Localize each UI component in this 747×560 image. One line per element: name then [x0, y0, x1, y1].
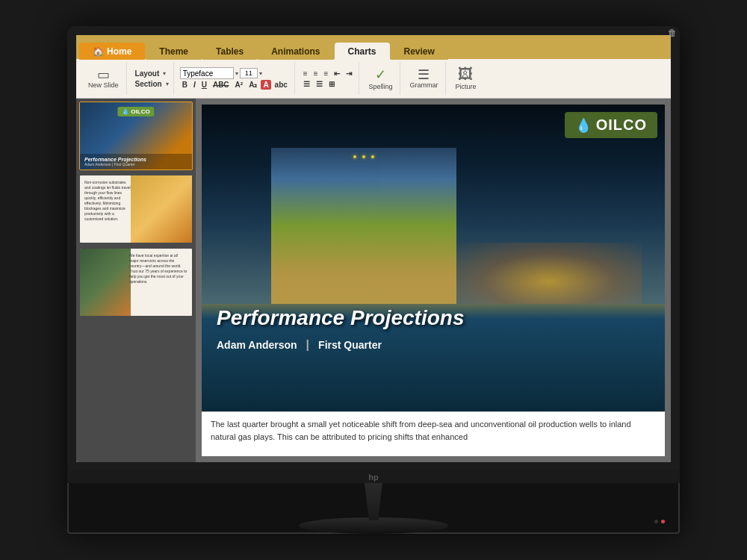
align-row-1: ≡ ≡ ≡ ⇤ ⇥: [301, 69, 355, 78]
monitor-bottom: hp: [67, 471, 680, 483]
tab-charts-label: Charts: [348, 46, 376, 57]
notes-text: The last quarter brought a small yet not…: [211, 418, 656, 443]
strikethrough-button[interactable]: ABC: [211, 80, 232, 90]
slide-author: Adam Anderson: [217, 339, 297, 351]
monitor-power-button[interactable]: [661, 520, 665, 523]
tab-review-label: Review: [404, 46, 435, 57]
slide-quarter: First Quarter: [318, 339, 382, 351]
slide1-overlay: Performance Projections Adam Anderson | …: [80, 154, 192, 169]
alignment-controls: ≡ ≡ ≡ ⇤ ⇥ ☰ ☰ ⊞: [301, 69, 355, 89]
cols-button[interactable]: ⊞: [326, 79, 337, 89]
tab-animations[interactable]: Animations: [258, 43, 333, 60]
underline-button[interactable]: U: [199, 80, 209, 90]
font-size-input[interactable]: [240, 68, 258, 78]
slide1-droplet-icon: 💧: [122, 108, 129, 115]
section-dropdown-icon[interactable]: ▾: [166, 81, 169, 87]
tab-home-label: Home: [107, 46, 131, 57]
tab-tables-label: Tables: [216, 46, 244, 57]
layout-dropdown-icon[interactable]: ▾: [163, 70, 166, 77]
oilco-droplet-icon: 💧: [575, 117, 592, 134]
highlight-button[interactable]: abc: [273, 80, 290, 90]
author-divider: |: [306, 338, 309, 352]
slide-thumb-2[interactable]: Non-corrosive substrates and coatings le…: [79, 175, 193, 243]
toolbar-new-slide-group: ▭ New Slide: [81, 62, 127, 95]
new-slide-label: New Slide: [88, 81, 119, 90]
font-color-button[interactable]: A: [261, 80, 270, 90]
indent-button[interactable]: ⇤: [332, 69, 342, 78]
spelling-checkmark-icon: ✓: [375, 66, 386, 83]
slide-title-area: Performance Projections Adam Anderson | …: [217, 305, 650, 352]
align-left-button[interactable]: ≡: [301, 69, 310, 78]
tab-home[interactable]: 🏠 Home: [79, 43, 145, 60]
num-list-button[interactable]: ☰: [314, 79, 325, 89]
superscript-button[interactable]: A²: [233, 80, 246, 90]
monitor-controls: [654, 520, 665, 523]
tab-theme[interactable]: Theme: [146, 43, 202, 60]
font-style-row: B I U ABC A² A₂ A abc: [180, 80, 290, 90]
home-icon: 🏠: [93, 46, 104, 57]
monitor-dot-1: [654, 520, 658, 523]
picture-button[interactable]: 🖼 Picture: [452, 64, 479, 93]
oilco-brand: 💧 OILCO: [565, 112, 657, 138]
toolbar-grammar-group: ☰ Grammar: [402, 62, 446, 95]
font-size-dropdown-icon[interactable]: ▾: [259, 70, 262, 77]
tab-tables[interactable]: Tables: [202, 43, 257, 60]
platform-light-2: [362, 155, 365, 158]
new-slide-icon: ▭: [97, 68, 110, 81]
spelling-label: Spelling: [368, 83, 392, 91]
slide-thumb-3[interactable]: We have local expertise at all major res…: [79, 248, 193, 317]
ribbon: 🏠 Home Theme Tables Animations Charts: [76, 35, 671, 99]
bold-button[interactable]: B: [180, 80, 190, 90]
platform-light-1: [353, 155, 356, 158]
platform-body: [271, 148, 456, 305]
italic-button[interactable]: I: [191, 80, 198, 90]
align-right-button[interactable]: ≡: [322, 69, 331, 78]
new-slide-button[interactable]: ▭ New Slide: [85, 66, 122, 91]
font-name-input[interactable]: [180, 67, 234, 79]
font-controls: ▾ ▾ B I U ABC A² A₂ A: [180, 67, 290, 90]
slide-thumb-2-inner: Non-corrosive substrates and coatings le…: [80, 175, 192, 243]
slide1-logo-text: OILCO: [131, 108, 149, 115]
slide1-subtitle: Adam Anderson | First Quarter: [84, 162, 187, 167]
monitor-bezel: 🏠 Home Theme Tables Animations Charts: [67, 26, 680, 471]
oilco-text: OILCO: [596, 116, 647, 134]
align-center-button[interactable]: ≡: [311, 69, 320, 78]
picture-icon: 🖼: [458, 66, 473, 83]
tab-animations-label: Animations: [271, 46, 320, 57]
outdent-button[interactable]: ⇥: [344, 69, 354, 78]
grammar-label: Grammar: [409, 81, 438, 90]
tab-theme-label: Theme: [159, 46, 188, 57]
hp-logo: hp: [368, 473, 378, 482]
main-slide[interactable]: 💧 OILCO Performance Projections Adam And…: [202, 105, 665, 411]
align-row-2: ☰ ☰ ⊞: [301, 79, 355, 89]
toolbar-font-group: ▾ ▾ B I U ABC A² A₂ A: [176, 62, 295, 95]
layout-row: Layout ▾: [133, 69, 169, 78]
toolbar-alignment-group: ≡ ≡ ≡ ⇤ ⇥ ☰ ☰ ⊞: [297, 62, 360, 95]
slide2-text: Non-corrosive substrates and coatings le…: [84, 180, 131, 222]
subscript-button[interactable]: A₂: [247, 80, 259, 90]
slide-editor: 💧 OILCO Performance Projections Adam And…: [196, 99, 671, 462]
grammar-icon: ☰: [418, 68, 430, 81]
font-name-dropdown-icon[interactable]: ▾: [235, 70, 238, 77]
section-button[interactable]: Section: [133, 79, 164, 89]
layout-section-group: Layout ▾ Section ▾: [133, 69, 169, 89]
grammar-button[interactable]: ☰ Grammar: [406, 66, 441, 91]
slide3-img: [80, 249, 131, 316]
platform-light-3: [371, 155, 374, 158]
platform-structure: [248, 120, 480, 305]
monitor-stand: [67, 483, 680, 534]
ribbon-toolbar: ▭ New Slide Layout ▾ Section: [76, 59, 671, 98]
content-area: 🗑 💧 OILCO Performance Projections Adam: [76, 99, 671, 462]
layout-button[interactable]: Layout: [133, 69, 162, 78]
slides-panel: 🗑 💧 OILCO Performance Projections Adam: [76, 99, 196, 462]
slide-author-line: Adam Anderson | First Quarter: [217, 338, 650, 352]
spelling-button[interactable]: ✓ Spelling: [365, 65, 395, 93]
tab-charts[interactable]: Charts: [335, 43, 390, 60]
toolbar-picture-group: 🖼 Picture: [447, 62, 483, 95]
monitor: 🏠 Home Theme Tables Animations Charts: [67, 26, 680, 534]
toolbar-layout-group: Layout ▾ Section ▾: [128, 62, 174, 95]
tab-review[interactable]: Review: [391, 43, 448, 60]
slide-thumb-3-inner: We have local expertise at all major res…: [80, 249, 192, 316]
list-button[interactable]: ☰: [301, 79, 312, 89]
slide-thumb-1[interactable]: 💧 OILCO Performance Projections Adam And…: [79, 102, 193, 170]
